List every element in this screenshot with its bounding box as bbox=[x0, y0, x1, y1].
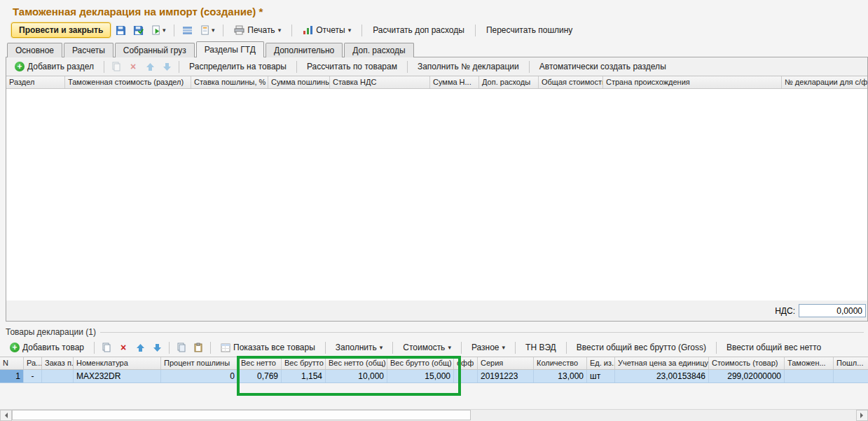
cell-series[interactable]: 20191223 bbox=[478, 370, 534, 382]
cell-unit-price[interactable]: 23,00153846 bbox=[615, 370, 709, 382]
col-series[interactable]: Серия bbox=[478, 357, 534, 369]
save-button[interactable] bbox=[113, 23, 128, 37]
cell-duty-percent[interactable]: 0 bbox=[161, 370, 238, 382]
enter-total-gross-button[interactable]: Ввести общий вес брутто (Gross) bbox=[571, 340, 712, 354]
cell-quantity[interactable]: 13,000 bbox=[534, 370, 587, 382]
customs-declaration-window: Таможенная декларация на импорт (создани… bbox=[0, 0, 868, 421]
col-declaration-number[interactable]: № декларации для с/ф bbox=[782, 76, 867, 88]
cell-net-weight-total[interactable]: 10,000 bbox=[326, 370, 387, 382]
tab-main[interactable]: Основное bbox=[7, 43, 62, 57]
col-origin-country[interactable]: Страна происхождения bbox=[603, 76, 782, 88]
fill-menu-button[interactable]: Заполнить ▾ bbox=[330, 340, 388, 354]
col-coefficient[interactable]: офф bbox=[454, 357, 478, 369]
col-additional-expenses[interactable]: Доп. расходы bbox=[479, 76, 539, 88]
tab-additional[interactable]: Дополнительно bbox=[266, 43, 343, 57]
save-variants-button[interactable]: ▾ bbox=[148, 23, 169, 37]
cell-duty[interactable] bbox=[834, 370, 868, 382]
document-actions-button[interactable]: ▾ bbox=[197, 23, 218, 37]
col-n[interactable]: N bbox=[0, 357, 24, 369]
cell-section-ref[interactable]: - bbox=[24, 370, 42, 382]
fill-declaration-number-button[interactable]: Заполнить № декларации bbox=[412, 60, 525, 74]
col-duty-amount[interactable]: Сумма пошлины bbox=[268, 76, 330, 88]
cell-gross-weight-total[interactable]: 15,000 bbox=[387, 370, 454, 382]
chevron-down-icon: ▾ bbox=[278, 27, 282, 34]
col-duty-percent[interactable]: Процент пошлины bbox=[161, 357, 238, 369]
copy-goods-button[interactable] bbox=[99, 340, 114, 354]
arrow-down-icon bbox=[153, 343, 162, 352]
misc-menu-button[interactable]: Разное ▾ bbox=[466, 340, 511, 354]
col-unit[interactable]: Ед. из... bbox=[587, 357, 615, 369]
col-cost[interactable]: Стоимость (товар) bbox=[709, 357, 785, 369]
col-quantity[interactable]: Количество bbox=[534, 357, 587, 369]
move-up-button[interactable] bbox=[142, 60, 158, 74]
calc-additional-expenses-button[interactable]: Расчитать доп расходы bbox=[367, 23, 470, 37]
tab-calculations[interactable]: Расчеты bbox=[64, 43, 113, 57]
tab-gtd-sections[interactable]: Разделы ГТД bbox=[196, 41, 264, 57]
col-customs-value[interactable]: Таможенная стоимость (раздел) bbox=[65, 76, 191, 88]
col-gross-weight-total[interactable]: Вес брутто (общ) bbox=[387, 357, 454, 369]
col-unit-price[interactable]: Учетная цена за единицу bbox=[615, 357, 709, 369]
floppy-check-icon bbox=[133, 25, 144, 36]
move-down-button[interactable] bbox=[159, 60, 174, 74]
reports-button[interactable]: Отчеты ▾ bbox=[297, 23, 357, 37]
cell-coefficient[interactable] bbox=[454, 370, 478, 382]
col-duty-rate[interactable]: Ставка пошлины, % bbox=[191, 76, 268, 88]
col-total-cost[interactable]: Общая стоимость bbox=[539, 76, 603, 88]
scrollbar-thumb[interactable] bbox=[12, 410, 471, 420]
col-net-weight-total[interactable]: Вес нетто (общ) bbox=[326, 357, 387, 369]
scroll-left-button[interactable] bbox=[0, 410, 12, 421]
copy-rows-button[interactable] bbox=[174, 340, 189, 354]
structure-button[interactable] bbox=[179, 23, 195, 37]
tab-collected-cargo[interactable]: Собранный груз bbox=[115, 43, 195, 57]
print-button[interactable]: Печать ▾ bbox=[228, 23, 287, 37]
delete-goods-button[interactable]: × bbox=[116, 340, 131, 354]
cost-menu-button[interactable]: Стоимость ▾ bbox=[397, 340, 457, 354]
tnved-button[interactable]: ТН ВЭД bbox=[520, 340, 562, 354]
move-goods-up-button[interactable] bbox=[132, 340, 148, 354]
scrollbar-track[interactable] bbox=[12, 410, 856, 421]
goods-table: N Ра... Заказ п... Номенклатура Процент … bbox=[0, 357, 868, 383]
cell-n[interactable]: 1 bbox=[0, 370, 24, 382]
cell-cost[interactable]: 299,02000000 bbox=[709, 370, 785, 382]
post-and-close-button[interactable]: Провести и закрыть bbox=[11, 22, 111, 38]
recalc-duty-button[interactable]: Пересчитать пошлину bbox=[481, 23, 578, 37]
col-vat-rate[interactable]: Ставка НДС bbox=[330, 76, 430, 88]
auto-create-sections-button[interactable]: Автоматически создать разделы bbox=[534, 60, 672, 74]
distribute-to-goods-button[interactable]: Распределить на товары bbox=[184, 60, 292, 74]
col-gross-weight[interactable]: Вес брутто bbox=[282, 357, 326, 369]
add-goods-label: Добавить товар bbox=[22, 343, 84, 352]
col-vat-amount[interactable]: Сумма Н... bbox=[430, 76, 479, 88]
cell-nomenclature[interactable]: MAX232DR bbox=[74, 370, 161, 382]
cell-customs[interactable] bbox=[785, 370, 834, 382]
copy-section-button[interactable] bbox=[109, 60, 124, 74]
cell-order[interactable] bbox=[42, 370, 74, 382]
print-label: Печать bbox=[247, 25, 275, 35]
nds-input[interactable] bbox=[799, 304, 866, 317]
col-nomenclature[interactable]: Номенклатура bbox=[74, 357, 161, 369]
goods-group-title[interactable]: Товары декларации (1) bbox=[6, 327, 96, 337]
move-goods-down-button[interactable] bbox=[149, 340, 165, 354]
delete-section-button[interactable]: × bbox=[125, 60, 141, 74]
add-section-button[interactable]: + Добавить раздел bbox=[9, 60, 99, 74]
cell-unit[interactable]: шт bbox=[587, 370, 615, 382]
scroll-right-button[interactable] bbox=[856, 410, 868, 421]
col-section-ref[interactable]: Ра... bbox=[24, 357, 42, 369]
enter-total-net-button[interactable]: Ввести общий вес нетто bbox=[721, 340, 827, 354]
add-section-label: Добавить раздел bbox=[27, 62, 94, 71]
cell-net-weight[interactable]: 0,769 bbox=[238, 370, 282, 382]
tab-additional-expenses[interactable]: Доп. расходы bbox=[344, 43, 413, 57]
paste-rows-button[interactable] bbox=[191, 340, 206, 354]
col-net-weight[interactable]: Вес нетто bbox=[238, 357, 282, 369]
col-customs[interactable]: Таможен... bbox=[785, 357, 834, 369]
col-order[interactable]: Заказ п... bbox=[42, 357, 74, 369]
save-and-post-button[interactable] bbox=[130, 23, 146, 37]
add-icon: + bbox=[10, 343, 20, 352]
goods-row-selected[interactable]: 1 - MAX232DR 0 0,769 1,154 10,000 15,000… bbox=[0, 370, 868, 383]
toolbar-separator bbox=[475, 25, 476, 36]
calc-by-goods-button[interactable]: Рассчитать по товарам bbox=[301, 60, 403, 74]
col-duty[interactable]: Пошл... bbox=[834, 357, 868, 369]
col-section[interactable]: Раздел bbox=[6, 76, 65, 88]
add-goods-button[interactable]: + Добавить товар bbox=[4, 340, 90, 354]
cell-gross-weight[interactable]: 1,154 bbox=[282, 370, 326, 382]
show-all-goods-button[interactable]: Показать все товары bbox=[215, 340, 321, 354]
